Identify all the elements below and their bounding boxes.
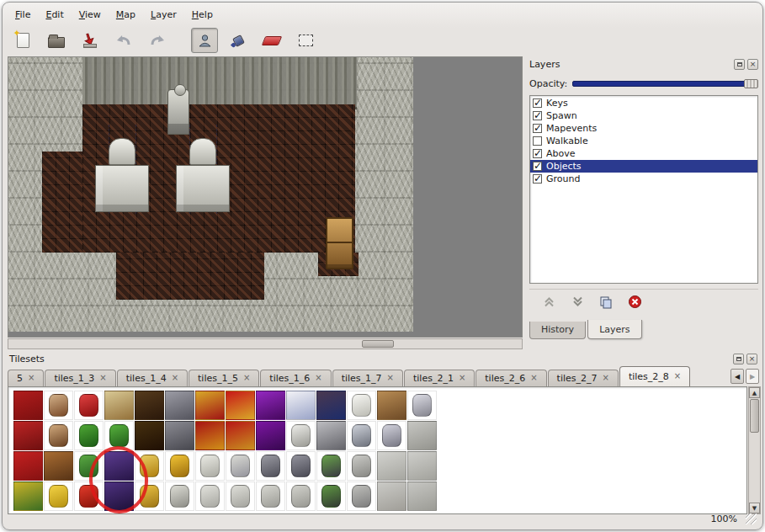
tab-close-icon[interactable]: × — [674, 372, 681, 380]
tile-red-throne-br[interactable] — [226, 421, 255, 450]
tileset-tab-tiles_2_1[interactable]: tiles_2_1× — [404, 370, 475, 386]
tab-scroll-left-button[interactable]: ◀ — [730, 369, 744, 384]
layer-row-walkable[interactable]: Walkable — [530, 135, 757, 147]
tile-purple-throne-top[interactable] — [256, 391, 285, 420]
fill-tool-button[interactable] — [225, 28, 252, 53]
tab-close-icon[interactable]: × — [315, 374, 321, 382]
tileset-view[interactable] — [8, 386, 747, 514]
menu-view[interactable]: View — [72, 7, 109, 23]
new-button[interactable] — [9, 28, 36, 53]
tile-spinning-wheel-2[interactable] — [44, 421, 73, 450]
tile-stone-door-top[interactable] — [165, 391, 194, 420]
close-panel-icon[interactable]: × — [747, 59, 758, 70]
tile-gold-treasure[interactable] — [165, 451, 194, 481]
tile-statue-figure-3[interactable] — [256, 481, 285, 511]
save-button[interactable] — [77, 28, 104, 53]
redo-button[interactable] — [144, 28, 171, 53]
tile-purple-throne-bottom[interactable] — [256, 421, 285, 450]
close-panel-icon[interactable]: × — [746, 354, 757, 364]
tab-close-icon[interactable]: × — [99, 374, 106, 382]
eraser-tool-button[interactable] — [258, 28, 285, 53]
menu-file[interactable]: File — [8, 7, 38, 23]
tile-spinning-wheel[interactable] — [44, 391, 73, 420]
detach-panel-icon[interactable] — [734, 59, 745, 70]
tab-close-icon[interactable]: × — [172, 374, 178, 382]
tile-red-cushion[interactable] — [74, 391, 104, 420]
undo-button[interactable] — [110, 28, 137, 53]
tileset-tab-tiles_1_7[interactable]: tiles_1_7× — [332, 370, 403, 386]
tile-statue-praying[interactable] — [195, 451, 225, 481]
tile-armor-bottom[interactable] — [377, 421, 406, 450]
tile-stone-tile[interactable] — [377, 451, 406, 481]
layer-visibility-checkbox[interactable]: ✓ — [533, 174, 542, 184]
move-layer-down-button[interactable] — [568, 293, 587, 311]
panel-tab-history[interactable]: History — [529, 322, 586, 339]
tile-armor-top[interactable] — [407, 391, 437, 420]
tileset-tab-tiles_2_6[interactable]: tiles_2_6× — [475, 370, 546, 386]
tile-statue-figure-4[interactable] — [286, 481, 316, 511]
scroll-down-button[interactable]: ▼ — [749, 503, 760, 513]
tile-gargoyle-dark-2[interactable] — [286, 451, 316, 481]
tile-banner-cross[interactable] — [13, 451, 43, 481]
tile-red-throne-right[interactable] — [226, 391, 255, 420]
tileset-tab-5[interactable]: 5× — [8, 370, 44, 386]
layer-visibility-checkbox[interactable]: ✓ — [533, 149, 542, 158]
tile-grave-plant[interactable] — [316, 481, 346, 511]
vscroll-thumb[interactable] — [750, 399, 759, 433]
tile-bust-white[interactable] — [347, 391, 376, 420]
tab-close-icon[interactable]: × — [459, 374, 465, 382]
tile-monument-top[interactable] — [347, 451, 376, 481]
select-tool-button[interactable] — [292, 28, 319, 53]
tile-dark-cabinet-bottom[interactable] — [135, 421, 164, 450]
tileset-tab-tiles_1_3[interactable]: tiles_1_3× — [45, 370, 115, 386]
canvas-hscrollbar[interactable] — [8, 338, 523, 349]
layer-row-objects[interactable]: ✓Objects — [530, 160, 757, 173]
tile-statue-figure-2[interactable] — [226, 481, 255, 511]
tile-banner-red-gold[interactable] — [13, 391, 43, 420]
open-button[interactable] — [43, 28, 70, 53]
tab-close-icon[interactable]: × — [243, 374, 250, 382]
tile-gargoyle-dark[interactable] — [256, 451, 285, 481]
tileset-tab-tiles_1_4[interactable]: tiles_1_4× — [117, 370, 188, 386]
tile-stone-door-bottom[interactable] — [165, 421, 194, 450]
resize-grip[interactable] — [746, 513, 757, 524]
tileset-tab-tiles_1_5[interactable]: tiles_1_5× — [189, 370, 259, 386]
tile-rock-pile[interactable] — [165, 481, 194, 511]
tab-close-icon[interactable]: × — [28, 374, 35, 382]
tile-angel-statue[interactable] — [226, 451, 255, 481]
layer-row-keys[interactable]: ✓Keys — [530, 97, 757, 109]
tab-close-icon[interactable]: × — [603, 374, 609, 382]
tile-dark-cabinet-top[interactable] — [135, 391, 164, 420]
layer-row-spawn[interactable]: ✓Spawn — [530, 109, 757, 122]
layer-row-above[interactable]: ✓Above — [530, 147, 757, 160]
layer-visibility-checkbox[interactable]: ✓ — [533, 124, 542, 133]
tile-stone-block[interactable] — [407, 421, 437, 450]
tab-scroll-right-button[interactable]: ▶ — [746, 369, 759, 384]
layer-visibility-checkbox[interactable]: ✓ — [533, 111, 542, 120]
tile-obelisk[interactable] — [286, 421, 316, 450]
opacity-slider[interactable] — [572, 79, 758, 88]
map-canvas[interactable] — [8, 56, 523, 338]
hscroll-thumb[interactable] — [362, 340, 394, 348]
menu-edit[interactable]: Edit — [38, 7, 71, 23]
tile-banner-white-blue[interactable] — [286, 391, 316, 420]
tile-monument-base[interactable] — [347, 481, 376, 511]
tile-portrait-frame[interactable] — [316, 391, 346, 420]
layer-row-mapevents[interactable]: ✓Mapevents — [530, 122, 757, 135]
tile-gargoyle-silver[interactable] — [347, 421, 376, 450]
panel-tab-layers[interactable]: Layers — [587, 320, 641, 339]
tile-bananas[interactable] — [44, 481, 73, 511]
menu-layer[interactable]: Layer — [143, 7, 184, 23]
tileset-tab-tiles_2_7[interactable]: tiles_2_7× — [548, 370, 619, 386]
tile-banner-red[interactable] — [13, 421, 43, 450]
duplicate-layer-button[interactable] — [597, 293, 615, 311]
tile-stone-pillar[interactable] — [316, 421, 346, 450]
stamp-tool-button[interactable] — [191, 28, 218, 53]
tileset-vscrollbar[interactable]: ▲ ▼ — [748, 386, 761, 514]
tab-close-icon[interactable]: × — [387, 374, 394, 382]
delete-layer-button[interactable] — [625, 293, 644, 311]
tile-vase-plant[interactable] — [316, 451, 346, 481]
tile-potted-plant[interactable] — [74, 421, 104, 450]
tile-stone-tile-2[interactable] — [407, 451, 437, 481]
tile-bookshelf[interactable] — [44, 451, 73, 481]
